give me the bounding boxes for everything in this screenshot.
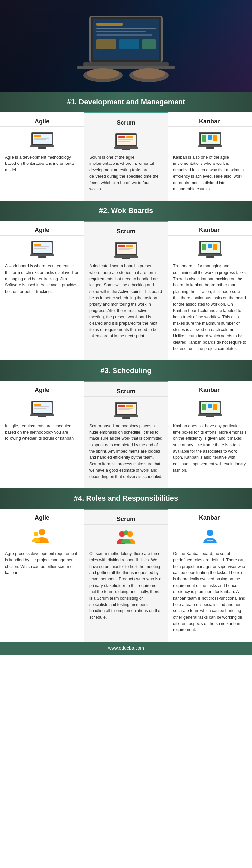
kanban-content-2: This board is for managing and containin… [168, 261, 252, 360]
svg-rect-2 [96, 23, 123, 26]
footer: www.educba.com [0, 642, 252, 655]
kanban-icon-4 [168, 525, 252, 548]
kanban-text-3: Kanban does not have any particular time… [168, 422, 252, 482]
agile-content-1: Agile is a development methodology based… [0, 153, 84, 200]
agile-title-2: Agile [0, 221, 84, 236]
svg-rect-39 [34, 244, 41, 246]
scrum-icon-1 [84, 130, 168, 153]
svg-point-82 [34, 532, 38, 536]
svg-rect-46 [118, 245, 125, 247]
section1-content: Agile is a development methodology based… [0, 153, 252, 200]
kanban-content-3: Kanban does not have any particular time… [168, 422, 252, 488]
svg-rect-29 [122, 149, 130, 150]
svg-rect-47 [126, 245, 133, 247]
svg-rect-48 [118, 248, 133, 249]
svg-rect-36 [206, 148, 214, 149]
agile-icon-2 [0, 237, 84, 260]
scrum-text-2: A dedicated scrum board is present where… [84, 261, 168, 348]
laptop-icon-agile-2 [30, 241, 54, 257]
scrum-content-2: A dedicated scrum board is present where… [84, 261, 168, 360]
section4-header: #4. Roles and Responsibilities [0, 488, 252, 508]
laptop-icon-kanban-3 [198, 400, 222, 417]
section4-headers: Agile Scrum [0, 508, 252, 549]
people-icon-scrum [116, 529, 136, 547]
svg-rect-51 [122, 257, 130, 259]
svg-rect-32 [202, 135, 206, 142]
svg-rect-76 [202, 404, 206, 410]
agile-title-4: Agile [0, 508, 84, 523]
svg-rect-5 [96, 34, 152, 36]
agile-header-2: Agile [0, 221, 84, 261]
svg-rect-40 [34, 246, 49, 247]
laptop-icon-kanban-2 [198, 241, 222, 257]
svg-rect-35 [198, 146, 222, 148]
kanban-header-1: Kanban [168, 112, 252, 153]
agile-icon-1 [0, 128, 84, 151]
laptop-icon-scrum-2 [114, 242, 138, 259]
kanban-content-4: On the Kanban board, no set of predefine… [168, 549, 252, 642]
svg-rect-3 [96, 28, 156, 29]
section3-title: #3. Scheduling [101, 366, 151, 375]
kanban-header-2: Kanban [168, 221, 252, 261]
agile-title-1: Agile [0, 112, 84, 127]
section2-headers: Agile Scrum [0, 221, 252, 261]
scrum-content-4: On scrum methodology, there are three ro… [84, 549, 168, 642]
svg-rect-34 [213, 135, 217, 141]
svg-rect-56 [213, 244, 217, 250]
scrum-title-1: Scrum [84, 113, 168, 128]
svg-rect-41 [34, 248, 46, 249]
section-development: #1. Development and Management Agile Scr… [0, 92, 252, 200]
svg-rect-10 [77, 66, 175, 69]
agile-icon-3 [0, 397, 84, 420]
svg-rect-79 [198, 414, 222, 416]
svg-rect-19 [34, 139, 46, 140]
svg-rect-73 [122, 417, 130, 419]
kanban-header-3: Kanban [168, 381, 252, 422]
section1-headers: Agile Scrum [0, 112, 252, 153]
svg-rect-6 [96, 39, 116, 49]
svg-rect-78 [213, 404, 217, 410]
section2-title: #2. Wok Boards [99, 207, 153, 215]
section4-title: #4. Roles and Responsibilities [74, 494, 178, 502]
kanban-icon-1 [168, 128, 252, 151]
section-workboards: #2. Wok Boards Agile Scrum [0, 200, 252, 360]
svg-rect-26 [118, 139, 133, 140]
svg-rect-58 [206, 256, 214, 257]
svg-point-85 [124, 530, 128, 535]
kanban-title-1: Kanban [168, 112, 252, 127]
kanban-title-2: Kanban [168, 221, 252, 236]
section2-content: A work board is where requirements in th… [0, 261, 252, 360]
section4-content: Agile process development requirement is… [0, 549, 252, 642]
laptop-icon-scrum-3 [114, 402, 138, 419]
svg-rect-80 [206, 416, 214, 417]
laptop-icon-scrum-1 [114, 133, 138, 150]
agile-text-4: Agile process development requirement is… [0, 549, 84, 585]
svg-rect-43 [38, 256, 46, 257]
svg-rect-71 [118, 409, 130, 410]
section3-headers: Agile Scrum [0, 381, 252, 422]
svg-rect-27 [118, 141, 130, 142]
svg-point-86 [207, 529, 213, 536]
agile-header-3: Agile [0, 381, 84, 422]
hero-image [0, 0, 252, 92]
svg-rect-28 [114, 147, 138, 149]
svg-rect-4 [96, 31, 146, 32]
svg-rect-42 [30, 254, 54, 256]
scrum-text-4: On scrum methodology, there are three ro… [84, 549, 168, 629]
scrum-content-3: Scrum-based methodology places a huge em… [84, 422, 168, 488]
hero-overlay [0, 0, 252, 92]
svg-rect-33 [208, 135, 212, 140]
svg-rect-8 [142, 39, 156, 49]
svg-rect-70 [118, 408, 133, 409]
svg-rect-9 [83, 62, 169, 66]
section1-title: #1. Development and Management [67, 98, 186, 106]
svg-rect-50 [114, 256, 138, 257]
svg-rect-21 [38, 148, 46, 149]
agile-text-1: Agile is a development methodology based… [0, 153, 84, 182]
kanban-title-4: Kanban [168, 508, 252, 523]
agile-content-3: In agile, requirements are scheduled bas… [0, 422, 84, 488]
scrum-header-3: Scrum [84, 381, 168, 422]
people-icon-agile [32, 528, 52, 545]
svg-rect-49 [118, 249, 130, 250]
kanban-text-1: Kanban is also one of the agile implemen… [168, 153, 252, 200]
